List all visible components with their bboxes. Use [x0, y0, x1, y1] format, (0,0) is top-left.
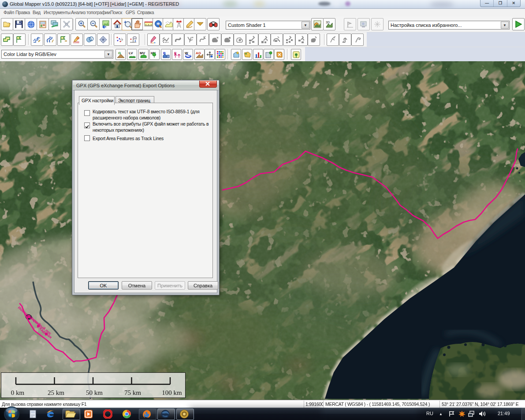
svg-text:MV: MV	[140, 51, 145, 55]
svg-text:code: code	[73, 41, 79, 44]
svg-text:0 km: 0 km	[11, 389, 25, 396]
svg-text:100 km: 100 km	[162, 389, 182, 396]
svg-text:LV: LV	[129, 51, 133, 55]
svg-text:36: 36	[76, 37, 79, 40]
svg-text:25 km: 25 km	[48, 389, 64, 396]
svg-text:AG: AG	[196, 51, 201, 55]
svg-text:3D: 3D	[326, 21, 330, 24]
svg-text:75 km: 75 km	[124, 389, 141, 396]
svg-text:50 km: 50 km	[86, 389, 103, 396]
